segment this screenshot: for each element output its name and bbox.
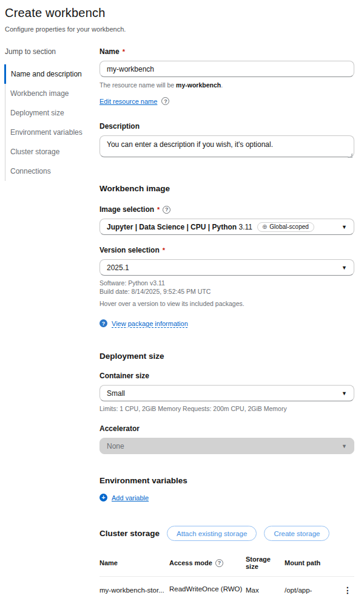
caret-down-icon: ▼ [342,265,347,271]
required-asterisk: * [157,206,160,213]
sidebar-item-name-and-description[interactable]: Name and description [4,64,99,84]
required-asterisk: * [123,48,125,55]
resource-name-helper: The resource name will be my-workbench. [99,81,354,89]
attach-existing-storage-button[interactable]: Attach existing storage [167,526,257,541]
cluster-storage-heading: Cluster storage [99,529,160,538]
version-selection-dropdown[interactable]: 2025.1 ▼ [99,259,354,276]
caret-down-icon: ▼ [342,390,347,396]
accelerator-dropdown: None ▼ [99,438,354,454]
scope-badge: ⊕ Global-scoped [257,222,314,232]
table-row: my-workbench-stor... i ReadWriteOnce (RW… [99,577,354,595]
jump-nav-label: Jump to section [5,47,99,56]
view-package-information-link[interactable]: View package information [112,320,188,327]
sidebar-item-workbench-image[interactable]: Workbench image [5,84,99,103]
cluster-storage-table: Name Access mode ? Storage size Mount pa… [99,556,354,595]
hover-hint: Hover over a version to view its include… [99,300,354,307]
sidebar-item-cluster-storage[interactable]: Cluster storage [5,142,99,162]
workbench-image-heading: Workbench image [99,184,354,193]
create-workbench-page: Create workbench Configure properties fo… [0,0,364,595]
column-header-name: Name [99,556,169,570]
help-icon[interactable]: ? [161,97,169,105]
storage-size-cell: Max 20GiB [246,585,285,595]
column-header-mount-path: Mount path [285,556,338,570]
build-date-helper: Build date: 8/14/2025, 9:52:45 PM UTC [99,288,354,295]
name-input[interactable] [99,61,354,77]
software-helper: Software: Python v3.11 [99,279,354,287]
help-icon[interactable]: ? [163,206,170,214]
workbench-form: Name * The resource name will be my-work… [99,47,354,595]
name-field-label: Name * [99,47,354,56]
container-size-label: Container size [99,372,354,380]
description-textarea[interactable]: You can enter a description if you wish,… [99,135,354,157]
column-header-access-mode: Access mode ? [169,556,246,570]
page-subtitle: Configure properties for your workbench. [5,25,359,33]
sidebar-item-environment-variables[interactable]: Environment variables [5,123,99,142]
access-mode-cell: ReadWriteOnce (RWO) [169,585,246,595]
help-icon[interactable]: ? [215,559,223,567]
page-header: Create workbench Configure properties fo… [0,0,364,33]
caret-down-icon: ▼ [342,224,347,230]
column-header-storage-size: Storage size [246,556,285,570]
globe-icon: ⊕ [262,223,267,230]
help-icon: ? [99,319,107,327]
storage-name-cell: my-workbench-stor... i [99,585,169,595]
page-title: Create workbench [5,6,359,20]
sidebar-item-connections[interactable]: Connections [5,162,99,181]
deployment-size-heading: Deployment size [99,352,354,361]
description-field-label: Description [99,122,354,131]
accelerator-label: Accelerator [99,424,354,433]
sidebar-item-deployment-size[interactable]: Deployment size [5,103,99,123]
mount-path-cell: /opt/app- root/src/ [285,585,338,595]
environment-variables-heading: Environment variables [99,476,354,485]
plus-circle-icon: + [99,494,107,501]
image-selection-dropdown[interactable]: Jupyter | Data Science | CPU | Python 3.… [99,219,354,235]
version-selection-label: Version selection * [99,246,354,254]
required-asterisk: * [163,246,165,254]
limits-helper: Limits: 1 CPU, 2GiB Memory Requests: 200… [99,405,354,412]
caret-down-icon: ▼ [342,443,347,449]
jump-to-section-nav: Jump to section Name and description Wor… [0,47,99,595]
create-storage-button[interactable]: Create storage [264,526,329,541]
image-selection-label: Image selection * ? [99,205,354,214]
container-size-dropdown[interactable]: Small ▼ [99,385,354,401]
kebab-menu-icon[interactable]: ⋮ [341,585,354,595]
add-variable-link[interactable]: Add variable [112,494,149,501]
edit-resource-name-link[interactable]: Edit resource name [99,98,157,105]
